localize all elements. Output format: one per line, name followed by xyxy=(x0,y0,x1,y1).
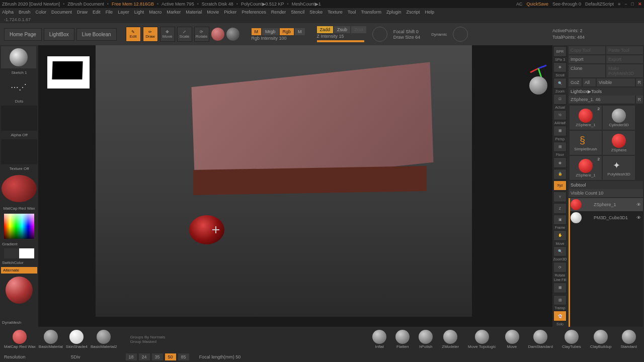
camera-widget[interactable] xyxy=(529,76,547,95)
mrgb-toggle[interactable]: Mrgb xyxy=(262,28,279,35)
export-button[interactable]: Export xyxy=(606,55,643,63)
minimize-icon[interactable]: − xyxy=(624,2,627,7)
brush-Move[interactable]: Move xyxy=(505,330,519,349)
spix-slider[interactable]: SPix 3 xyxy=(555,58,565,61)
menu-document[interactable]: Document xyxy=(51,10,72,15)
menu-macro[interactable]: Macro xyxy=(149,10,162,15)
focal-35[interactable]: 35 xyxy=(152,353,163,360)
subtool-ZSphere_1[interactable]: ZSphere_1👁 xyxy=(569,198,643,211)
menu-zplugin[interactable]: Zplugin xyxy=(386,10,401,15)
alpha-swatch[interactable] xyxy=(1,106,37,131)
rotate3d-button[interactable]: ⟳ xyxy=(553,262,567,273)
makepolymesh-button[interactable]: Make PolyMesh3D xyxy=(606,64,643,77)
menu-picker[interactable]: Picker xyxy=(224,10,236,15)
menu-draw[interactable]: Draw xyxy=(77,10,88,15)
stroke-swatch[interactable]: ⋯⋰ xyxy=(1,77,36,97)
current-tool[interactable]: ZSphere_1. 46 xyxy=(569,96,635,104)
menu-icon[interactable]: ≡ xyxy=(618,2,620,7)
color-swatches[interactable] xyxy=(4,248,34,258)
bpr-button[interactable]: BPR xyxy=(553,46,567,57)
groupmasked-button[interactable]: Group Masked xyxy=(130,339,165,344)
brush-ZModeler[interactable]: ZModeler xyxy=(442,330,459,349)
brush-hPolish[interactable]: hPolish xyxy=(419,330,433,349)
tool-ZSphere[interactable]: ZSphere xyxy=(603,131,635,155)
lightbox-tools-header[interactable]: Lightbox▶Tools xyxy=(569,87,643,96)
dynamic-toggle[interactable]: Dynamic xyxy=(431,32,447,37)
focal-50[interactable]: 50 xyxy=(165,353,176,360)
axis-gizmo-icon[interactable] xyxy=(528,58,548,78)
zsub-toggle[interactable]: Zsub xyxy=(334,26,350,33)
dynamesh-label[interactable]: DynaMesh xyxy=(1,319,37,326)
move3d-button[interactable]: ✋ xyxy=(553,230,567,241)
clone-button[interactable]: Clone xyxy=(569,64,605,77)
actual-button[interactable]: ⊡ xyxy=(553,94,567,105)
frame-button[interactable]: ▣ xyxy=(553,215,567,225)
gradient-label[interactable]: Gradient xyxy=(1,241,37,247)
menu-tool[interactable]: Tool xyxy=(348,10,356,15)
edit-button[interactable]: ✎Edit xyxy=(126,27,141,42)
texture-swatch[interactable] xyxy=(1,139,37,164)
defaultzscript-button[interactable]: DefaultZScript xyxy=(585,2,614,7)
homepage-button[interactable]: Home Page xyxy=(4,28,42,41)
brush-Standard[interactable]: Standard xyxy=(621,330,637,349)
focal-18[interactable]: 18 xyxy=(126,353,137,360)
maximize-icon[interactable]: □ xyxy=(631,2,634,7)
zcut-toggle[interactable]: Zcut xyxy=(351,26,366,33)
close-icon[interactable]: ✕ xyxy=(638,2,642,7)
scale-button[interactable]: ⤢Scale xyxy=(177,27,192,42)
polyframe-button[interactable]: ▦ xyxy=(553,283,567,293)
rgb-intensity-slider[interactable]: Rgb Intensity 100 xyxy=(252,36,305,41)
material-SkinShade4[interactable]: SkinShade4 xyxy=(66,330,88,349)
local-button[interactable]: ◉ xyxy=(553,157,567,168)
tool-r-button[interactable]: R xyxy=(636,96,643,104)
menu-layer[interactable]: Layer xyxy=(118,10,129,15)
material-BasicMaterial[interactable]: BasicMaterial xyxy=(39,330,63,349)
tool-ZSphere_1[interactable]: 2ZSphere_1 xyxy=(570,156,602,180)
menu-file[interactable]: File xyxy=(106,10,113,15)
visiblecount-slider[interactable]: Visible Count 10 xyxy=(569,189,643,197)
sdiv-label[interactable]: SDiv xyxy=(71,354,80,359)
menu-brush[interactable]: Brush xyxy=(19,10,31,15)
liveboolean-button[interactable]: Live Boolean xyxy=(76,28,117,41)
lightbox-button[interactable]: LightBox xyxy=(44,28,74,41)
y-button[interactable]: Y xyxy=(553,192,567,202)
mesh-cube[interactable] xyxy=(193,74,432,195)
menu-alpha[interactable]: Alpha xyxy=(2,10,14,15)
lock-button[interactable]: 🔒 xyxy=(553,169,567,179)
quicksave-button[interactable]: QuickSave xyxy=(526,2,548,7)
subtool-PM3D_Cube3D1[interactable]: PM3D_Cube3D1👁 xyxy=(569,211,643,224)
copytool-button[interactable]: Copy Tool xyxy=(569,46,605,54)
scroll-button[interactable]: ✥ xyxy=(553,62,567,73)
brush-Inflat[interactable]: Inflat xyxy=(372,330,386,349)
brush-Flatten[interactable]: Flatten xyxy=(395,330,410,349)
focallength-slider[interactable]: Focal length(mm) 50 xyxy=(199,354,241,359)
menu-stencil[interactable]: Stencil xyxy=(291,10,304,15)
menu-render[interactable]: Render xyxy=(271,10,286,15)
zoom3d-button[interactable]: 🔍 xyxy=(553,246,567,257)
z-intensity-slider[interactable]: Z Intensity 15 xyxy=(317,34,366,39)
focal-85[interactable]: 85 xyxy=(178,353,189,360)
lazymouse-icon[interactable] xyxy=(372,27,387,42)
aahalf-button[interactable]: ½ xyxy=(553,110,567,121)
xyz-button[interactable]: Xyz xyxy=(553,180,567,191)
material-swatch[interactable] xyxy=(2,175,37,202)
menu-help[interactable]: Help xyxy=(425,10,435,15)
canvas[interactable] xyxy=(38,45,552,327)
brush-DamStandard[interactable]: DamStandard xyxy=(528,330,553,349)
m2-toggle[interactable]: M xyxy=(295,28,305,35)
focal-24[interactable]: 24 xyxy=(139,353,150,360)
move-button[interactable]: ✥Move xyxy=(160,27,175,42)
menu-zscript[interactable]: Zscript xyxy=(407,10,420,15)
z-button[interactable]: Z xyxy=(553,203,567,214)
menu-preferences[interactable]: Preferences xyxy=(242,10,266,15)
menu-transform[interactable]: Transform xyxy=(361,10,381,15)
preview-ball[interactable] xyxy=(6,277,33,304)
tool-SimpleBrush[interactable]: §SimpleBrush xyxy=(570,131,602,155)
gizmo-icon[interactable] xyxy=(211,28,224,41)
sculptris-icon[interactable] xyxy=(226,28,239,41)
material-BasicMaterial2[interactable]: BasicMaterial2 xyxy=(91,330,117,349)
floor-button[interactable]: ▤ xyxy=(553,142,567,152)
z-intensity-track[interactable] xyxy=(317,40,364,42)
resolution-label[interactable]: Resolution xyxy=(4,354,26,359)
zoom-button[interactable]: 🔍 xyxy=(553,78,567,88)
